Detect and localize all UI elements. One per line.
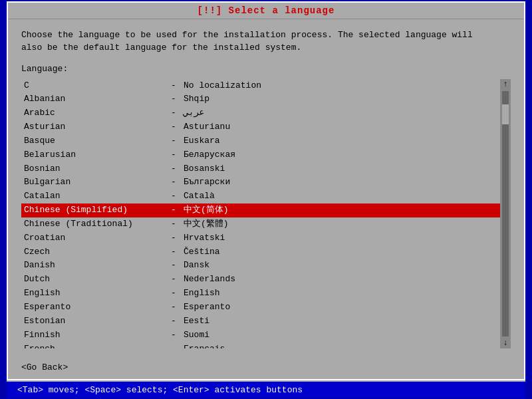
lang-name: Basque xyxy=(24,135,164,148)
lang-sep: - xyxy=(164,149,184,162)
lang-native: Eesti xyxy=(184,315,209,328)
description-line1: Choose the language to be used for the i… xyxy=(21,29,511,42)
scrollbar[interactable]: ↑ ↓ xyxy=(500,79,511,348)
lang-native: 中文(繁體) xyxy=(184,218,229,231)
lang-native: 中文(简体) xyxy=(184,204,229,217)
lang-native: Français xyxy=(184,343,225,348)
lang-native: Nederlands xyxy=(184,273,235,286)
lang-sep: - xyxy=(164,329,184,342)
list-item[interactable]: Arabic-عربي xyxy=(21,106,500,120)
lang-sep: - xyxy=(164,163,184,176)
lang-sep: - xyxy=(164,315,184,328)
lang-native: Bosanski xyxy=(184,163,225,176)
lang-native: No localization xyxy=(184,80,261,92)
lang-name: Finnish xyxy=(24,329,164,342)
lang-name: Asturian xyxy=(24,121,164,134)
list-item[interactable]: Basque-Euskara xyxy=(21,134,500,148)
lang-name: Croatian xyxy=(24,232,164,245)
list-item[interactable]: Croatian-Hrvatski xyxy=(21,231,500,245)
title-bar: [!!] Select a language xyxy=(8,3,524,19)
lang-native: عربي xyxy=(184,107,204,120)
content-area: Choose the language to be used for the i… xyxy=(8,19,524,355)
lang-name: Arabic xyxy=(24,107,164,120)
lang-name: French xyxy=(24,343,164,348)
lang-name: Chinese (Simplified) xyxy=(24,204,164,217)
lang-native: Asturianu xyxy=(184,121,230,134)
list-container: C-No localizationAlbanian-ShqipArabic-عر… xyxy=(21,79,511,348)
lang-native: Dansk xyxy=(184,259,209,272)
lang-name: Bulgarian xyxy=(24,176,164,189)
list-item[interactable]: Bosnian-Bosanski xyxy=(21,162,500,176)
list-item[interactable]: Danish-Dansk xyxy=(21,259,500,273)
lang-sep: - xyxy=(164,287,184,300)
lang-name: English xyxy=(24,287,164,300)
scroll-track xyxy=(502,91,509,336)
lang-sep: - xyxy=(164,259,184,272)
list-item[interactable]: Chinese (Simplified)-中文(简体) xyxy=(21,203,500,217)
list-item[interactable]: C-No localization xyxy=(21,79,500,93)
scroll-down-arrow[interactable]: ↓ xyxy=(503,339,507,347)
lang-sep: - xyxy=(164,80,184,92)
language-list[interactable]: C-No localizationAlbanian-ShqipArabic-عر… xyxy=(21,79,500,348)
lang-name: Chinese (Traditional) xyxy=(24,218,164,231)
lang-sep: - xyxy=(164,107,184,120)
lang-native: Shqip xyxy=(184,93,209,106)
lang-name: Catalan xyxy=(24,190,164,203)
list-item[interactable]: Dutch-Nederlands xyxy=(21,273,500,287)
description: Choose the language to be used for the i… xyxy=(21,29,511,55)
lang-sep: - xyxy=(164,246,184,259)
lang-name: Bosnian xyxy=(24,163,164,176)
lang-native: Čeština xyxy=(184,246,220,259)
lang-name: Albanian xyxy=(24,93,164,106)
list-item[interactable]: Bulgarian-Български xyxy=(21,176,500,190)
list-item[interactable]: Belarusian-Беларуская xyxy=(21,148,500,162)
lang-native: Català xyxy=(184,190,215,203)
lang-native: English xyxy=(184,287,220,300)
lang-name: Dutch xyxy=(24,273,164,286)
list-item[interactable]: Esperanto-Esperanto xyxy=(21,301,500,315)
lang-sep: - xyxy=(164,176,184,189)
go-back-button[interactable]: <Go Back> xyxy=(21,362,68,372)
lang-native: Hrvatski xyxy=(184,232,225,245)
main-window: [!!] Select a language Choose the langua… xyxy=(7,1,525,380)
lang-name: Czech xyxy=(24,246,164,259)
lang-sep: - xyxy=(164,121,184,134)
scroll-thumb[interactable] xyxy=(502,104,509,124)
lang-sep: - xyxy=(164,343,184,348)
list-item[interactable]: Albanian-Shqip xyxy=(21,92,500,106)
lang-name: Estonian xyxy=(24,315,164,328)
description-line2: also be the default language for the ins… xyxy=(21,41,511,55)
list-item[interactable]: Finnish-Suomi xyxy=(21,329,500,342)
status-text: <Tab> moves; <Space> selects; <Enter> ac… xyxy=(17,385,303,395)
lang-name: Danish xyxy=(24,259,164,272)
list-item[interactable]: Estonian-Eesti xyxy=(21,315,500,329)
lang-native: Suomi xyxy=(184,329,209,342)
lang-sep: - xyxy=(164,204,184,217)
list-item[interactable]: Czech-Čeština xyxy=(21,245,500,259)
lang-native: Euskara xyxy=(184,135,220,148)
lang-native: Беларуская xyxy=(184,149,235,162)
scroll-up-arrow[interactable]: ↑ xyxy=(503,80,507,88)
lang-sep: - xyxy=(164,232,184,245)
lang-native: Български xyxy=(184,176,230,189)
list-item[interactable]: French-Français xyxy=(21,342,500,348)
list-item[interactable]: English-English xyxy=(21,287,500,301)
lang-sep: - xyxy=(164,301,184,314)
window-title: [!!] Select a language xyxy=(198,5,335,16)
list-item[interactable]: Catalan-Català xyxy=(21,190,500,203)
lang-sep: - xyxy=(164,190,184,203)
status-bar: <Tab> moves; <Space> selects; <Enter> ac… xyxy=(7,380,525,398)
list-item[interactable]: Asturian-Asturianu xyxy=(21,120,500,134)
lang-name: C xyxy=(24,80,164,92)
lang-sep: - xyxy=(164,273,184,286)
lang-sep: - xyxy=(164,93,184,106)
lang-sep: - xyxy=(164,135,184,148)
lang-name: Belarusian xyxy=(24,149,164,162)
language-label: Language: xyxy=(21,64,511,74)
go-back-area: <Go Back> xyxy=(8,355,524,379)
lang-sep: - xyxy=(164,218,184,231)
lang-name: Esperanto xyxy=(24,301,164,314)
list-item[interactable]: Chinese (Traditional)-中文(繁體) xyxy=(21,217,500,231)
lang-native: Esperanto xyxy=(184,301,230,314)
